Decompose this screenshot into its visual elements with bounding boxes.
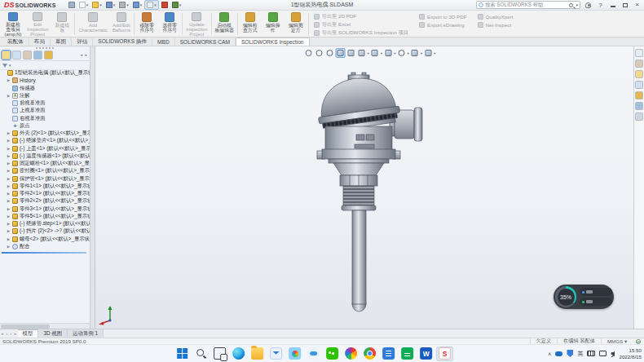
apply-scene-button[interactable] <box>410 48 420 58</box>
dynamic-annotation-views-button[interactable] <box>346 48 356 58</box>
start-taskbar-button[interactable] <box>174 347 191 361</box>
search-taskbar-button[interactable] <box>192 347 210 361</box>
login-button[interactable] <box>584 2 593 9</box>
custom-properties-button[interactable] <box>635 102 643 110</box>
options-button[interactable]: ▾ <box>170 1 183 9</box>
rebuild-button[interactable] <box>160 1 170 9</box>
export-3d-pdf-button[interactable]: Export to 3D PDF <box>419 13 467 20</box>
new-inspection-project-button[interactable]: 新建检查项目(amp;N) <box>2 11 24 37</box>
launch-template-editor-button[interactable]: 启动模板编辑器 <box>213 11 236 37</box>
section-view-button[interactable] <box>336 48 346 58</box>
undo-button[interactable]: ▾ <box>131 1 144 9</box>
tree-item[interactable]: 传感器 <box>0 85 90 92</box>
propertymanager-tab[interactable] <box>12 51 21 60</box>
docs-taskbar-button[interactable] <box>399 347 416 361</box>
search-caret-icon[interactable]: ▾ <box>576 2 578 7</box>
tree-horizontal-scrollbar[interactable] <box>0 323 90 329</box>
screen-recorder-overlay[interactable]: 35% <box>554 285 614 309</box>
open-button[interactable]: ▾ <box>90 1 104 9</box>
file-explorer-button[interactable] <box>635 70 643 78</box>
tab-solidworks-inspection[interactable]: SOLIDWORKS Inspection <box>236 38 310 46</box>
view-palette-button[interactable] <box>635 81 643 89</box>
panel-tab-overflow-arrows[interactable]: ◂ ▸ <box>81 52 88 57</box>
export-excel-button[interactable]: 导出至 Excel <box>314 21 408 29</box>
tab-solidworks-cam[interactable]: SOLIDWORKS CAM <box>175 38 236 46</box>
net-inspect-button[interactable]: Net-Inspect <box>478 21 514 29</box>
graphics-viewport[interactable]: ▾▾▾▾▾▾ <box>95 46 633 329</box>
language-indicator[interactable]: 英 <box>577 350 583 358</box>
tree-item[interactable]: ▶螺母<2> (默认<<默认>_显示状态 <box>0 236 90 243</box>
hidden-icons-chevron[interactable]: ∧ <box>548 351 551 356</box>
taskbar-clock[interactable]: 15:50 2022/8/15 <box>619 347 642 359</box>
tree-item[interactable]: 1型铠装热电偶 (默认<默认_显示状态-1 <box>0 69 90 77</box>
dimxpertmanager-tab[interactable] <box>33 51 42 60</box>
edit-measurement-button[interactable]: 编辑测定方 <box>285 11 307 37</box>
solidworks-resources-button[interactable] <box>635 49 643 57</box>
previous-view-button[interactable] <box>325 48 335 58</box>
design-library-button[interactable] <box>635 60 643 68</box>
tree-item[interactable]: 右视基准面 <box>0 115 90 122</box>
tab-评估[interactable]: 评估 <box>72 38 93 46</box>
new-document-button[interactable]: ▾ <box>77 1 90 9</box>
tree-item[interactable]: ▶零件2<1> (默认<<默认>_显示状态 <box>0 190 90 197</box>
tree-item[interactable]: ▶(-) 挡片 (2)<2> ->? (默认<<默认> <box>0 227 90 235</box>
photos-taskbar-button[interactable] <box>286 347 303 361</box>
tab-mbd[interactable]: MBD <box>152 38 175 46</box>
explorer-taskbar-button[interactable] <box>249 347 266 361</box>
speaker-icon[interactable] <box>611 351 615 356</box>
remove-balloons-button[interactable]: 移除零件序号 <box>135 11 158 37</box>
export-edrawing-button[interactable]: Export eDrawing <box>419 21 467 29</box>
doc-tab-3D-视图[interactable]: 3D 视图 <box>38 329 68 338</box>
dict-taskbar-button[interactable] <box>380 347 397 361</box>
close-button[interactable]: × <box>633 2 642 9</box>
wechat-taskbar-button[interactable] <box>324 347 341 361</box>
tree-item[interactable]: ▶(-) 绝缘管.step<1> (默认<<默认> <box>0 220 90 227</box>
tree-item[interactable]: +原点 <box>0 122 90 130</box>
displaymanager-tab[interactable] <box>44 51 53 60</box>
doc-tab-模型[interactable]: 模型 <box>18 329 39 338</box>
home-button[interactable] <box>67 1 77 9</box>
touch-keyboard-icon[interactable] <box>587 351 595 356</box>
export-2d-pdf-button[interactable]: 导出至 2D PDF <box>314 13 408 20</box>
qualityxpert-button[interactable]: QualityXpert <box>478 13 514 20</box>
tree-item[interactable]: ▶保护管<1> (默认<<默认>_显示状 <box>0 175 90 183</box>
tree-item[interactable]: ▶(-) 绝缘垫片<1> (默认<<默认>_显 <box>0 137 90 144</box>
security-shield-icon[interactable] <box>567 350 573 357</box>
mail-taskbar-button[interactable] <box>267 347 285 361</box>
network-monitor-icon[interactable] <box>599 351 607 356</box>
appearances-scenes-button[interactable] <box>635 91 643 99</box>
select-balloons-button[interactable]: 选择零件序号 <box>158 11 181 37</box>
tree-item[interactable]: ▶零件3<1> (默认<<默认>_显示状态 <box>0 205 90 213</box>
print-button[interactable]: ▾ <box>117 1 130 9</box>
tree-item[interactable]: ▶固定螺栓<1> (默认<<默认>_显示状 <box>0 160 90 167</box>
tree-item[interactable]: 前视基准面 <box>0 99 90 107</box>
taskview-taskbar-button[interactable] <box>211 347 228 361</box>
search-input[interactable]: 搜索 SOLIDWORKS 帮助 ▾ <box>476 1 580 9</box>
tree-item[interactable]: ▶A注解 <box>0 92 90 99</box>
view-orientation-button[interactable] <box>357 48 367 58</box>
display-style-button[interactable] <box>370 48 380 58</box>
tree-item[interactable]: ▶零件5<1> (默认<<默认>_显示状态 <box>0 213 90 220</box>
tab-solidworks-插件[interactable]: SOLIDWORKS 插件 <box>93 38 152 46</box>
export-inspection-project-button[interactable]: 导出至 SOLIDWORKS Inspection 项目 <box>314 29 408 37</box>
edit-appearance-button[interactable] <box>396 48 406 58</box>
edge-taskbar-button[interactable] <box>230 347 247 361</box>
word-taskbar-button[interactable]: W <box>417 347 434 361</box>
tab-布局[interactable]: 布局 <box>29 38 51 46</box>
restore-button[interactable] <box>620 2 629 9</box>
zoom-to-area-button[interactable] <box>315 48 324 58</box>
onedrive-icon[interactable] <box>555 351 562 356</box>
tree-item[interactable]: ▶History <box>0 77 90 84</box>
tree-item[interactable]: ▶零件1<1> (默认<<默认>_显示状态- <box>0 183 90 190</box>
tree-item[interactable]: ▶零件2<2> (默认<<默认>_显示状态 <box>0 197 90 205</box>
tree-item[interactable]: ▶配合 <box>0 243 90 250</box>
save-button[interactable]: ▾ <box>104 1 117 9</box>
view-settings-button[interactable] <box>423 48 433 58</box>
tree-item[interactable]: ▶(-) 温度传感器<1> (默认<<默认>_ <box>0 152 90 160</box>
pinwheel-taskbar-button[interactable] <box>342 347 359 361</box>
model-thermocouple-assembly[interactable] <box>314 69 424 314</box>
help-button[interactable]: ? <box>596 2 605 9</box>
tab-装配体[interactable]: 装配体 <box>2 38 29 46</box>
chrome-taskbar-button[interactable] <box>361 347 378 361</box>
minimize-button[interactable] <box>608 2 617 9</box>
